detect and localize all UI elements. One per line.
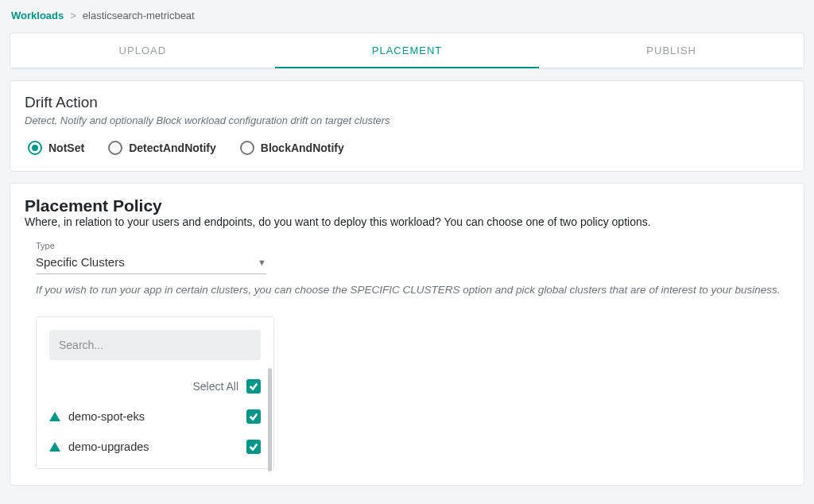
placement-subtitle: Where, in relation to your users and end… (25, 215, 789, 228)
radio-icon (108, 141, 122, 155)
radio-label: BlockAndNotify (261, 142, 344, 154)
tab-publish[interactable]: PUBLISH (539, 33, 804, 68)
scrollbar[interactable] (268, 368, 272, 471)
placement-policy-card: Placement Policy Where, in relation to y… (10, 183, 804, 486)
radio-icon (240, 141, 254, 155)
tab-placement[interactable]: PLACEMENT (275, 33, 540, 68)
cluster-picker: Select All demo-spot-eks demo-upgrades (36, 316, 274, 469)
radio-notset[interactable]: NotSet (28, 141, 84, 155)
drift-action-card: Drift Action Detect, Notify and optional… (10, 80, 804, 172)
placement-title: Placement Policy (25, 196, 789, 215)
search-input[interactable] (49, 330, 261, 360)
svg-marker-1 (49, 442, 60, 452)
svg-marker-0 (49, 412, 60, 421)
cluster-name: demo-upgrades (68, 440, 238, 453)
drift-radio-group: NotSet DetectAndNotify BlockAndNotify (25, 141, 789, 155)
type-select[interactable]: Type Specific Clusters ▼ (36, 236, 266, 274)
radio-detect-and-notify[interactable]: DetectAndNotify (108, 141, 216, 155)
radio-label: DetectAndNotify (129, 142, 216, 154)
breadcrumb-current: elasticsearch-metricbeat (83, 10, 195, 21)
radio-icon (28, 141, 42, 155)
step-tabs: UPLOAD PLACEMENT PUBLISH (10, 33, 804, 68)
type-select-value: Specific Clusters (36, 255, 125, 269)
cluster-name: demo-spot-eks (68, 410, 238, 423)
breadcrumb-root-link[interactable]: Workloads (11, 10, 64, 21)
cluster-up-icon (49, 412, 60, 421)
radio-block-and-notify[interactable]: BlockAndNotify (240, 141, 344, 155)
select-all-label: Select All (192, 380, 238, 393)
cluster-checkbox[interactable] (246, 440, 261, 454)
tab-upload[interactable]: UPLOAD (10, 33, 275, 68)
list-item[interactable]: demo-spot-eks (49, 401, 261, 432)
check-icon (248, 381, 259, 392)
check-icon (248, 411, 259, 422)
type-helper-text: If you wish to run your app in certain c… (36, 284, 789, 296)
chevron-right-icon: > (70, 10, 76, 21)
check-icon (248, 441, 259, 452)
breadcrumb: Workloads > elasticsearch-metricbeat (0, 0, 814, 28)
drift-subtitle: Detect, Notify and optionally Block work… (25, 114, 789, 126)
cluster-checkbox[interactable] (246, 409, 261, 424)
type-select-label: Type (36, 241, 266, 250)
radio-label: NotSet (48, 142, 84, 154)
cluster-up-icon (49, 442, 60, 452)
chevron-down-icon: ▼ (258, 258, 266, 267)
tabs-card: UPLOAD PLACEMENT PUBLISH (10, 33, 804, 69)
list-item[interactable]: demo-upgrades (49, 432, 261, 462)
drift-title: Drift Action (25, 94, 789, 111)
select-all-checkbox[interactable] (246, 379, 261, 394)
